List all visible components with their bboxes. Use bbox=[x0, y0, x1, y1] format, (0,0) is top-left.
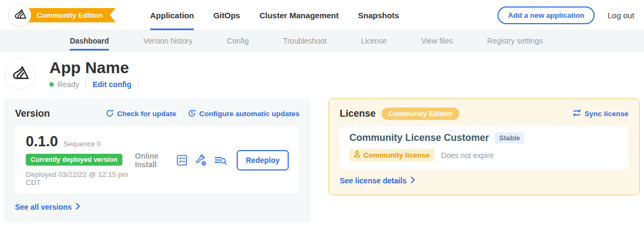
tab-snapshots[interactable]: Snapshots bbox=[358, 0, 399, 30]
license-expiry-text: Does not expire bbox=[441, 151, 494, 160]
community-edition-badge: Community Edition bbox=[382, 108, 459, 120]
person-icon bbox=[354, 151, 361, 160]
app-header-text: App Name Ready Edit config bbox=[49, 59, 145, 89]
subtab-view-files[interactable]: View files bbox=[421, 31, 453, 51]
see-license-details-link[interactable]: See license details bbox=[340, 176, 628, 185]
license-card: License Community Edition Sync license C… bbox=[328, 98, 640, 195]
top-nav: Application GitOps Cluster Management Sn… bbox=[150, 0, 399, 30]
deployed-status-badge: Currently deployed version bbox=[26, 154, 122, 166]
community-edition-ribbon: Community Edition bbox=[19, 8, 116, 23]
check-for-update-link[interactable]: Check for update bbox=[106, 109, 176, 119]
header-right: Add a new application Log out bbox=[497, 6, 634, 24]
brand-badge: Community Edition bbox=[9, 4, 116, 26]
version-card-title: Version bbox=[15, 108, 50, 119]
tab-application[interactable]: Application bbox=[150, 0, 194, 30]
app-status-row: Ready Edit config bbox=[49, 80, 145, 89]
license-summary-panel: Community License Customer Stable Commun… bbox=[340, 126, 628, 169]
subtab-troubleshoot[interactable]: Troubleshoot bbox=[283, 31, 326, 51]
sync-arrows-icon bbox=[573, 109, 581, 118]
divider bbox=[85, 81, 86, 89]
license-type-badge: Community license bbox=[349, 149, 434, 161]
customer-name: Community License Customer bbox=[349, 132, 489, 144]
sequence-label: Sequence 0 bbox=[63, 140, 100, 148]
app-header: App Name Ready Edit config bbox=[0, 51, 644, 94]
edit-config-link[interactable]: Edit config bbox=[92, 80, 131, 89]
divider bbox=[138, 81, 138, 89]
license-customer-row: Community License Customer Stable bbox=[349, 132, 619, 144]
tab-cluster-management[interactable]: Cluster Management bbox=[259, 0, 339, 30]
subtab-config[interactable]: Config bbox=[227, 31, 248, 51]
redeploy-button[interactable]: Redeploy bbox=[237, 150, 289, 170]
version-card-header: Version Check for update bbox=[15, 108, 299, 119]
ready-status-text: Ready bbox=[57, 80, 79, 89]
tab-gitops[interactable]: GitOps bbox=[213, 0, 240, 30]
version-action-row: Online Install bbox=[135, 150, 289, 170]
license-type-row: Community license Does not expire bbox=[349, 149, 619, 161]
subtab-license[interactable]: License bbox=[361, 31, 387, 51]
chevron-right-icon bbox=[76, 203, 80, 211]
ready-status-dot bbox=[49, 82, 54, 87]
subtab-version-history[interactable]: Version history bbox=[143, 31, 193, 51]
license-card-header: License Community Edition Sync license bbox=[340, 108, 628, 120]
version-number-row: 0.1.0 Sequence 0 bbox=[26, 133, 135, 150]
install-type-label: Online Install bbox=[135, 152, 168, 169]
current-version-panel: 0.1.0 Sequence 0 Currently deployed vers… bbox=[15, 126, 299, 194]
app-logo-icon bbox=[10, 63, 30, 84]
app-avatar bbox=[4, 58, 35, 89]
add-application-button[interactable]: Add a new application bbox=[497, 6, 595, 24]
chevron-right-icon bbox=[411, 176, 415, 185]
current-version-info: 0.1.0 Sequence 0 Currently deployed vers… bbox=[26, 133, 135, 187]
configure-automatic-updates-link[interactable]: Configure automatic updates bbox=[188, 109, 299, 119]
config-wrench-icon[interactable] bbox=[195, 154, 207, 166]
refresh-icon bbox=[106, 109, 114, 119]
version-card: Version Check for update bbox=[4, 98, 310, 222]
subtab-registry-settings[interactable]: Registry settings bbox=[487, 31, 543, 51]
channel-badge: Stable bbox=[495, 132, 524, 144]
see-all-versions-link[interactable]: See all versions bbox=[15, 203, 299, 211]
preflight-checklist-icon[interactable] bbox=[176, 154, 188, 166]
logout-button[interactable]: Log out bbox=[608, 11, 634, 20]
version-card-actions: Check for update Configure automatic upd… bbox=[106, 109, 299, 119]
sync-license-link[interactable]: Sync license bbox=[573, 109, 628, 118]
dashboard-cards: Version Check for update bbox=[0, 94, 644, 222]
app-sub-nav: Dashboard Version history Config Trouble… bbox=[0, 31, 644, 51]
version-number: 0.1.0 bbox=[26, 133, 58, 150]
auto-update-clock-icon bbox=[188, 109, 196, 119]
replicated-logo-icon bbox=[13, 7, 27, 23]
deployed-timestamp: Deployed 03/22/22 @ 12:15 pm CDT bbox=[26, 170, 135, 187]
license-card-title: License bbox=[340, 108, 376, 119]
replicated-logo bbox=[9, 4, 31, 26]
app-name: App Name bbox=[49, 59, 145, 76]
subtab-dashboard[interactable]: Dashboard bbox=[70, 31, 109, 51]
view-logs-icon[interactable] bbox=[214, 154, 227, 166]
top-header: Community Edition Application GitOps Clu… bbox=[0, 0, 644, 31]
